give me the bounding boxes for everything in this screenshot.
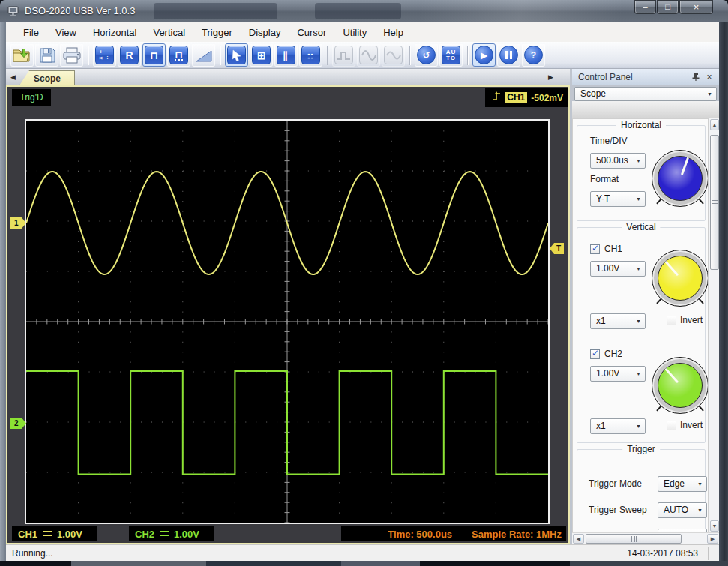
title-bar[interactable]: DSO-2020 USB Ver 1.0.3 – □ × xyxy=(0,0,728,22)
chevron-down-icon: ▼ xyxy=(632,419,645,433)
ch2-enable-checkbox[interactable]: ✓ xyxy=(590,349,600,359)
menu-trigger[interactable]: Trigger xyxy=(193,24,241,41)
trigger-sweep-select[interactable]: AUTO ▼ xyxy=(658,502,707,518)
ch1-scale-value: 1.00V xyxy=(596,263,619,274)
chevron-down-icon: ▼ xyxy=(632,192,645,206)
ch2-invert-checkbox[interactable] xyxy=(667,421,676,430)
pause-button[interactable] xyxy=(497,43,520,67)
control-panel-title: Control Panel xyxy=(578,72,633,82)
tab-scroll-left-icon[interactable]: ◀ xyxy=(7,71,19,83)
trigger-status-readout: Trig'D xyxy=(12,89,51,106)
ch1-status-readout: CH1 1.00V xyxy=(12,526,97,541)
toolbar-separator xyxy=(327,46,328,65)
chevron-down-icon: ▼ xyxy=(632,314,645,328)
run-button[interactable]: ▶ xyxy=(472,43,496,67)
trigger-mode-select[interactable]: Edge ▼ xyxy=(658,476,707,492)
autoset-button[interactable]: AUTO xyxy=(439,43,463,67)
ch1-position-knob[interactable] xyxy=(652,250,709,307)
pulse-mode-button[interactable]: ⊓ xyxy=(142,43,166,67)
print-button[interactable] xyxy=(60,43,83,67)
status-bar: Running... 14-03-2017 08:53 xyxy=(6,544,719,561)
tab-scroll-right-icon[interactable]: ▶ xyxy=(545,71,556,83)
control-panel-vertical-scrollbar[interactable]: ▲ ▼ xyxy=(709,118,719,532)
ch1-scale-value: 1.00V xyxy=(57,529,82,540)
menu-bar: FileViewHorizontalVerticalTriggerDisplay… xyxy=(6,22,719,42)
ch2-status-readout: CH2 1.00V xyxy=(129,526,214,541)
sine-wave2-icon xyxy=(384,46,403,64)
ch2-scale-select[interactable]: 1.00V ▼ xyxy=(590,366,646,382)
control-panel-strip xyxy=(572,101,719,118)
grid-icon: ⊞ xyxy=(252,46,271,64)
scroll-up-icon[interactable]: ▲ xyxy=(710,119,719,130)
refresh-button[interactable]: ↺ xyxy=(415,43,438,67)
pulse-icon: ⊓ xyxy=(145,46,163,64)
ch2-probe-select[interactable]: x1 ▼ xyxy=(590,418,646,434)
pulse-levels-button[interactable]: ⊓ xyxy=(167,43,190,67)
format-select[interactable]: Y-T ▼ xyxy=(590,191,646,207)
menu-vertical[interactable]: Vertical xyxy=(145,24,193,41)
trigger-sweep-value: AUTO xyxy=(664,505,688,515)
reference-button[interactable]: R xyxy=(118,43,141,67)
horizontal-scrollbar-thumb[interactable] xyxy=(586,534,682,544)
vertical-scrollbar-thumb[interactable] xyxy=(710,135,719,270)
ch1-label: CH1 xyxy=(604,244,622,254)
close-button[interactable]: × xyxy=(679,0,713,14)
reference-r-icon: R xyxy=(120,46,139,64)
desktop-strip xyxy=(0,561,728,566)
timebase-status-readout: Time: 500.0us Sample Rate: 1MHz xyxy=(341,526,566,541)
horizontal-cursors-button[interactable]: ---- xyxy=(299,43,322,67)
chevron-down-icon: ▼ xyxy=(632,262,645,276)
ch1-scale-select[interactable]: 1.00V ▼ xyxy=(590,261,646,277)
ch2-probe-value: x1 xyxy=(596,421,606,431)
step-wave-icon xyxy=(334,46,353,64)
status-datetime: 14-03-2017 08:53 xyxy=(627,548,698,559)
help-icon: ? xyxy=(524,46,543,64)
ch2-label: CH2 xyxy=(604,349,622,359)
minimize-button[interactable]: – xyxy=(634,0,656,14)
time-per-div-readout: Time: 500.0us xyxy=(388,529,452,540)
tab-scope[interactable]: Scope xyxy=(19,70,75,85)
scroll-left-icon[interactable]: ◀ xyxy=(573,534,584,544)
math-button[interactable]: + −× ÷ xyxy=(93,43,116,67)
ch2-position-knob[interactable] xyxy=(652,357,709,414)
ch1-probe-select[interactable]: x1 ▼ xyxy=(590,313,646,329)
chevron-down-icon: ▼ xyxy=(632,367,645,381)
ch1-enable-checkbox[interactable]: ✓ xyxy=(590,244,600,254)
menu-cursor[interactable]: Cursor xyxy=(289,24,334,41)
scrollbar-grip xyxy=(712,200,718,205)
ch1-invert-checkbox[interactable] xyxy=(667,316,676,325)
menu-utility[interactable]: Utility xyxy=(334,24,375,41)
control-panel-close-icon[interactable]: × xyxy=(704,72,715,82)
menu-display[interactable]: Display xyxy=(241,24,289,41)
help-button[interactable]: ? xyxy=(522,43,545,67)
horizontal-group-title: Horizontal xyxy=(616,120,666,130)
menu-file[interactable]: File xyxy=(15,24,47,41)
window-border-right xyxy=(719,22,728,561)
menu-view[interactable]: View xyxy=(47,24,85,41)
pin-icon[interactable] xyxy=(691,72,701,82)
desktop-strip-patch xyxy=(570,561,728,566)
status-message: Running... xyxy=(12,548,53,559)
pulse-levels-icon: ⊓ xyxy=(169,46,188,64)
open-button[interactable] xyxy=(10,43,34,67)
pause-icon xyxy=(499,46,518,64)
scrollbar-grip xyxy=(631,536,637,542)
vertical-cursors-button[interactable]: ∥ xyxy=(274,43,298,67)
chevron-down-icon: ▼ xyxy=(694,503,706,517)
scroll-right-icon[interactable]: ▶ xyxy=(707,534,718,544)
cursor-select-button[interactable] xyxy=(225,43,248,67)
horizontal-position-knob[interactable] xyxy=(652,150,709,207)
menu-horizontal[interactable]: Horizontal xyxy=(85,24,145,41)
scope-waveform-display xyxy=(26,121,548,523)
scroll-down-icon[interactable]: ▼ xyxy=(710,520,719,532)
grid-button[interactable]: ⊞ xyxy=(250,43,273,67)
panel-mode-select[interactable]: Scope ▼ xyxy=(574,87,717,101)
ramp-button[interactable] xyxy=(192,43,215,67)
menu-help[interactable]: Help xyxy=(375,24,412,41)
save-button[interactable] xyxy=(35,43,58,67)
desktop-strip-patch xyxy=(71,561,206,566)
ramp-icon xyxy=(194,46,213,64)
timediv-select[interactable]: 500.0us ▼ xyxy=(590,153,646,169)
control-panel-horizontal-scrollbar[interactable]: ◀ ▶ xyxy=(572,532,719,544)
maximize-button[interactable]: □ xyxy=(657,0,679,14)
